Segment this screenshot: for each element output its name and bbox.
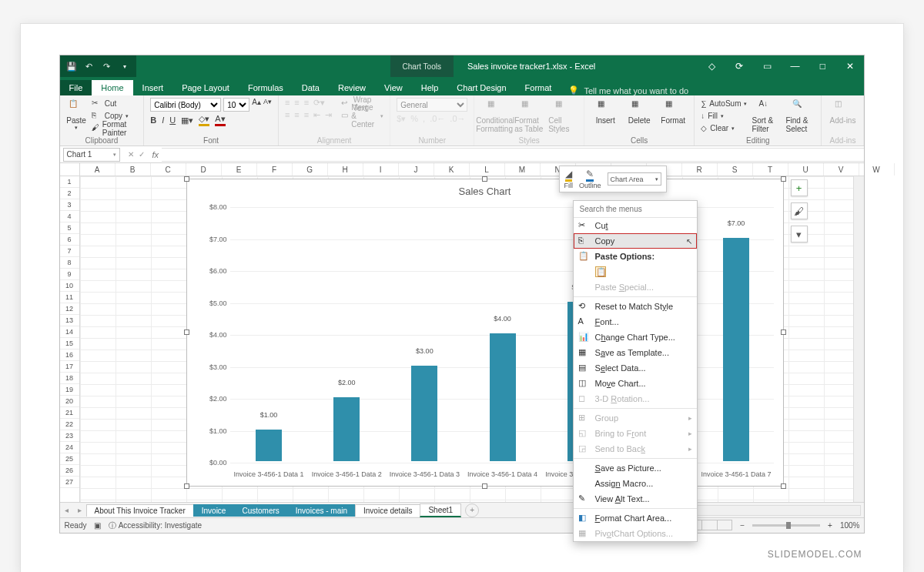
menu-select-data[interactable]: ▤Select Data... <box>574 360 697 376</box>
menu-change-chart-type[interactable]: 📊Change Chart Type... <box>574 329 697 345</box>
sheet-tab-about[interactable]: About This Invoice Tracker <box>86 504 194 517</box>
menu-reset-style[interactable]: ⟲Reset to Match Style <box>574 299 697 314</box>
border-button[interactable]: ▦▾ <box>181 115 193 125</box>
name-box[interactable]: Chart 1▾ <box>63 148 120 162</box>
bold-button[interactable]: B <box>150 115 156 125</box>
resize-handle[interactable] <box>184 483 189 489</box>
col-header[interactable]: W <box>859 163 895 176</box>
zoom-level[interactable]: 100% <box>840 521 860 530</box>
chart-bar[interactable] <box>490 333 516 461</box>
menu-paste-option-1[interactable]: 📋 <box>574 264 697 279</box>
tell-me-search[interactable]: 💡Tell me what you want to do <box>561 85 696 95</box>
resize-handle[interactable] <box>781 176 786 182</box>
tab-file[interactable]: File <box>60 80 92 95</box>
menu-search-input[interactable] <box>574 201 697 218</box>
sheet-tab-customers[interactable]: Customers <box>233 504 287 517</box>
underline-button[interactable]: U <box>169 115 176 125</box>
row-header[interactable]: 27 <box>60 477 79 488</box>
sheet-tab-sheet1[interactable]: Sheet1 <box>420 503 461 517</box>
sheet-tab-invoices-main[interactable]: Invoices - main <box>287 504 356 517</box>
worksheet-grid[interactable]: 1234567891011121314151617181920212223242… <box>60 163 865 502</box>
chart-title[interactable]: Sales Chart <box>187 179 783 200</box>
col-header[interactable]: H <box>328 163 363 176</box>
row-header[interactable]: 4 <box>60 211 79 222</box>
col-header[interactable]: A <box>80 163 116 176</box>
format-painter-button[interactable]: 🖌Format Painter <box>92 122 138 134</box>
row-header[interactable]: 11 <box>60 292 79 303</box>
row-header[interactable]: 8 <box>60 257 79 269</box>
fill-button[interactable]: ◢Fill <box>564 169 574 189</box>
row-header[interactable]: 5 <box>60 222 79 234</box>
resize-handle[interactable] <box>781 329 786 335</box>
insert-cells-button[interactable]: ▦Insert <box>591 98 620 125</box>
row-header[interactable]: 3 <box>60 199 79 211</box>
row-header[interactable]: 10 <box>60 280 79 292</box>
row-header[interactable]: 19 <box>60 384 79 396</box>
account-icon[interactable]: ◇ <box>698 55 725 77</box>
row-header[interactable]: 24 <box>60 442 79 453</box>
col-header[interactable]: L <box>470 163 505 176</box>
ribbon-options-icon[interactable]: ▭ <box>753 55 781 77</box>
sheet-nav-prev[interactable]: ◂ <box>60 506 73 514</box>
col-header[interactable]: D <box>186 163 222 176</box>
chart-bar[interactable] <box>256 430 282 462</box>
italic-button[interactable]: I <box>162 115 164 125</box>
tab-format[interactable]: Format <box>516 80 561 95</box>
font-size-select[interactable]: 10 <box>223 98 249 112</box>
row-header[interactable]: 13 <box>60 315 79 326</box>
menu-copy[interactable]: ⎘Copy↖ <box>574 233 697 249</box>
maximize-button[interactable]: □ <box>808 55 836 77</box>
macro-record-icon[interactable]: ▣ <box>94 521 101 530</box>
row-header[interactable]: 20 <box>60 396 79 407</box>
menu-format-chart-area[interactable]: ◧Format Chart Area... <box>574 510 697 526</box>
sheet-tab-invoice[interactable]: Invoice <box>193 504 235 517</box>
row-header[interactable]: 21 <box>60 407 79 419</box>
resize-handle[interactable] <box>184 176 189 182</box>
row-header[interactable]: 18 <box>60 373 79 384</box>
fx-label[interactable]: fx <box>149 150 162 159</box>
autosum-button[interactable]: ∑AutoSum▾ <box>701 98 747 109</box>
col-header[interactable]: I <box>363 163 399 176</box>
zoom-slider[interactable] <box>752 524 820 527</box>
menu-save-template[interactable]: ▦Save as Template... <box>574 345 697 360</box>
column-headers[interactable]: ABCDEFGHIJKLMNOPQRSTUVW <box>80 163 865 176</box>
tab-insert[interactable]: Insert <box>133 80 173 95</box>
menu-cut[interactable]: ✂Cut <box>574 218 697 233</box>
font-name-select[interactable]: Calibri (Body) <box>150 98 221 112</box>
find-select-button[interactable]: 🔍Find & Select <box>785 98 815 133</box>
row-headers[interactable]: 1234567891011121314151617181920212223242… <box>60 163 80 502</box>
row-header[interactable]: 25 <box>60 453 79 465</box>
sheet-nav-next[interactable]: ▸ <box>73 506 86 514</box>
chart-bar[interactable] <box>723 238 749 462</box>
save-icon[interactable]: 💾 <box>66 61 77 72</box>
col-header[interactable]: M <box>505 163 541 176</box>
sort-filter-button[interactable]: A↓Sort & Filter <box>752 98 781 133</box>
select-all-corner[interactable] <box>60 163 79 176</box>
col-header[interactable]: T <box>753 163 788 176</box>
col-header[interactable]: B <box>116 163 151 176</box>
tab-view[interactable]: View <box>375 80 412 95</box>
row-header[interactable]: 9 <box>60 269 79 280</box>
qat-customize-icon[interactable]: ▾ <box>119 61 130 72</box>
outline-button[interactable]: ✎Outline <box>579 169 601 189</box>
tab-data[interactable]: Data <box>293 80 329 95</box>
row-header[interactable]: 2 <box>60 188 79 199</box>
menu-move-chart[interactable]: ◫Move Chart... <box>574 376 697 391</box>
tab-review[interactable]: Review <box>329 80 375 95</box>
row-header[interactable]: 14 <box>60 326 79 338</box>
row-header[interactable]: 12 <box>60 303 79 315</box>
decrease-font-icon[interactable]: A▾ <box>263 98 272 112</box>
accessibility-status[interactable]: ⓘ Accessibility: Investigate <box>109 520 202 531</box>
row-header[interactable]: 6 <box>60 234 79 246</box>
fill-color-button[interactable]: ◇▾ <box>199 114 209 126</box>
col-header[interactable]: F <box>257 163 293 176</box>
row-header[interactable]: 22 <box>60 419 79 430</box>
row-header[interactable]: 15 <box>60 338 79 350</box>
resize-handle[interactable] <box>482 176 487 182</box>
row-header[interactable]: 26 <box>60 465 79 477</box>
increase-font-icon[interactable]: A▴ <box>252 98 261 112</box>
font-color-button[interactable]: A▾ <box>215 114 225 126</box>
menu-assign-macro[interactable]: Assign Macro... <box>574 476 697 491</box>
chart-bar[interactable] <box>333 397 360 461</box>
zoom-out-button[interactable]: − <box>740 521 745 530</box>
